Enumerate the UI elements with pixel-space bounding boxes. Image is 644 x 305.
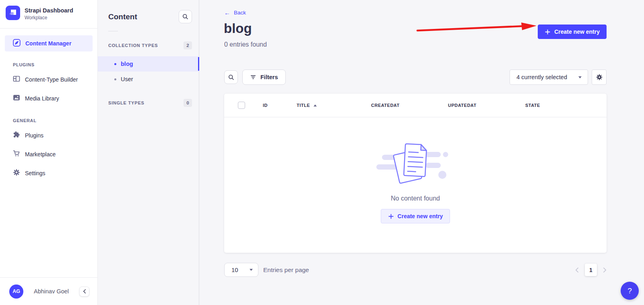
back-link[interactable]: ← Back [224,10,246,16]
filters-label: Filters [260,74,278,80]
annotation-arrow [416,22,539,34]
empty-state-create-label: Create new entry [398,213,443,219]
sidebar-item-label: Plugins [25,132,43,139]
sidebar-item-content-type-builder[interactable]: Content-Type Builder [5,70,93,88]
general-section-label: GENERAL [13,118,93,123]
content-subnav: Content COLLECTION TYPES 2 blog User SIN… [98,0,199,305]
column-header-title[interactable]: TITLE [297,103,371,108]
subnav-item-user[interactable]: User [98,72,199,87]
sidebar-item-label: Marketplace [25,151,56,158]
single-types-label: SINGLE TYPES [108,100,144,105]
brand-title: Strapi Dashboard [25,7,73,14]
sidebar-item-label: Content Manager [25,40,71,47]
page-title: blog [224,21,252,36]
plus-icon [388,213,394,219]
chevron-down-icon [250,269,253,271]
sidebar-item-media-library[interactable]: Media Library [5,89,93,107]
subnav-item-label: blog [121,61,133,67]
strapi-logo-icon [6,6,20,22]
user-name: Abhinav Goel [34,288,69,295]
bullet-icon [114,63,116,65]
brand: Strapi Dashboard Workplace [0,0,97,29]
back-arrow-icon: ← [224,10,230,16]
filters-button[interactable]: Filters [242,70,286,85]
entries-table-card: ID TITLE CREATEDAT UPDATEDAT STATE [224,94,607,253]
chevron-right-icon [603,267,607,273]
content-manager-icon [12,39,21,48]
subnav-title: Content [108,12,137,21]
divider [108,31,118,31]
sidebar-item-marketplace[interactable]: Marketplace [5,145,93,163]
sidebar-item-settings[interactable]: Settings [5,164,93,182]
column-header-updatedat[interactable]: UPDATEDAT [448,103,525,108]
fields-selected-dropdown[interactable]: 4 currently selected [510,70,588,85]
plugins-section-label: PLUGINS [13,62,93,67]
create-new-entry-button[interactable]: Create new entry [538,25,607,39]
column-header-state[interactable]: STATE [525,103,607,108]
toolbar: Filters 4 currently selected [224,70,607,85]
gear-icon [12,168,21,178]
sidebar-footer: AG Abhinav Goel [0,277,97,305]
sidebar-item-label: Media Library [25,95,59,102]
chevron-left-icon [83,289,86,294]
entries-per-page-label: Entries per page [263,266,309,274]
search-icon [182,13,189,20]
filter-icon [250,74,256,80]
sidebar-item-label: Content-Type Builder [25,76,78,83]
plus-icon [545,29,551,35]
empty-state-message: No content found [391,195,440,202]
table-search-button[interactable] [224,70,238,84]
avatar: AG [9,285,23,299]
table-header-row: ID TITLE CREATEDAT UPDATEDAT STATE [224,94,607,117]
sort-ascending-icon [314,104,317,106]
puzzle-icon [12,131,21,140]
documents-illustration [376,139,455,187]
help-button[interactable]: ? [621,282,639,300]
previous-page-button[interactable] [575,267,579,273]
back-label: Back [234,10,246,16]
entries-count: 0 entries found [224,41,267,48]
create-new-entry-label: Create new entry [554,29,600,35]
chevron-left-icon [575,267,579,273]
cart-icon [12,149,21,159]
fields-selected-value: 4 currently selected [516,74,567,80]
column-header-id[interactable]: ID [263,103,297,108]
page-size-select[interactable]: 10 [224,263,258,277]
collapse-sidebar-button[interactable] [79,287,89,297]
image-icon [12,94,21,103]
bullet-icon [114,78,116,80]
main-content: ← Back blog 0 entries found Create new e… [199,0,644,305]
subnav-item-label: User [121,76,133,82]
brand-subtitle: Workplace [25,15,73,20]
page-size-value: 10 [231,266,238,273]
collection-types-count-badge: 2 [184,41,192,49]
sidebar-item-content-manager[interactable]: Content Manager [5,35,93,51]
table-settings-button[interactable] [592,70,607,85]
main-nav: Content Manager PLUGINS Content-Type Bui… [0,29,97,277]
column-header-title-label: TITLE [297,103,310,108]
chevron-down-icon [578,76,582,78]
sidebar-item-plugins[interactable]: Plugins [5,126,93,144]
single-types-count-badge: 0 [184,99,192,107]
empty-state: No content found Create new entry [224,117,607,253]
collection-types-label: COLLECTION TYPES [108,43,158,48]
subnav-item-blog[interactable]: blog [98,56,199,72]
search-icon [228,74,235,81]
column-header-createdat[interactable]: CREATEDAT [371,103,448,108]
sidebar-item-label: Settings [25,170,45,176]
select-all-checkbox[interactable] [238,102,245,109]
subnav-search-button[interactable] [179,10,192,23]
pagination-bar: 10 Entries per page 1 [224,263,607,277]
empty-state-create-button[interactable]: Create new entry [381,209,450,223]
gear-icon [596,74,603,81]
next-page-button[interactable] [603,267,607,273]
current-page-button[interactable]: 1 [585,264,597,276]
main-sidebar: Strapi Dashboard Workplace Content Manag… [0,0,98,305]
layout-grid-icon [12,75,21,84]
